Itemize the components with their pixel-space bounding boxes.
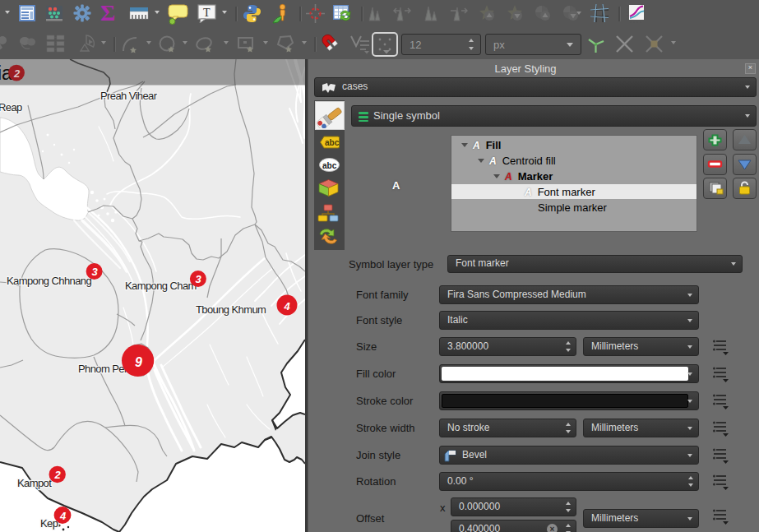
svg-text:abc: abc [325,138,340,147]
svg-text:2: 2 [13,67,21,80]
svg-text:Kampong Chhnang: Kampong Chhnang [7,275,91,287]
svg-text:Kampong Cham: Kampong Cham [125,280,197,292]
svg-text:3: 3 [195,273,201,285]
svg-text:2: 2 [53,469,61,481]
svg-text:Tboung Khmum: Tboung Khmum [196,303,266,316]
svg-text:Kampot: Kampot [17,477,52,489]
svg-text:T: T [203,7,211,19]
svg-text:9: 9 [135,355,142,369]
svg-text:4: 4 [59,510,67,522]
svg-text:Preah Vihear: Preah Vihear [100,90,158,102]
svg-text:3: 3 [91,266,98,278]
svg-text:Reap: Reap [0,101,22,113]
svg-text:4: 4 [283,300,290,312]
svg-text:abc: abc [322,161,337,170]
